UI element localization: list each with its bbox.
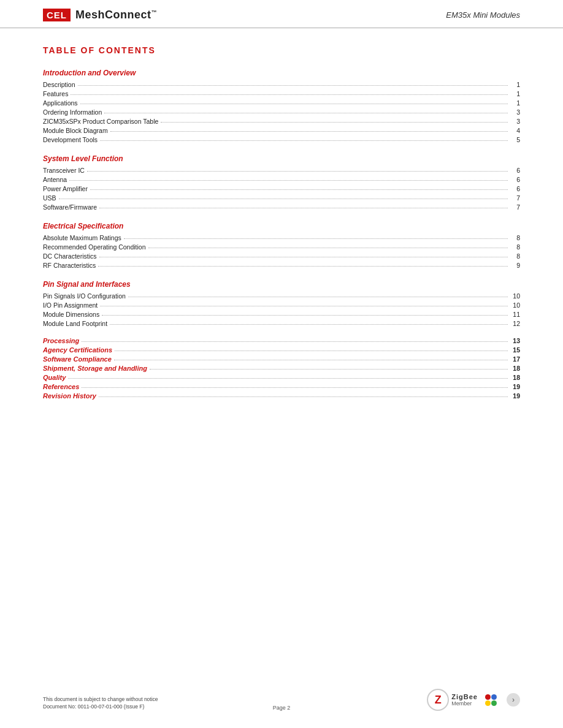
page-num: 19	[510, 392, 520, 400]
section-heading-electrical: Electrical Specification	[43, 222, 520, 230]
toc-item[interactable]: Description 1	[43, 81, 520, 88]
dots	[100, 140, 508, 141]
toc-item[interactable]: Software/Firmware 7	[43, 203, 520, 211]
dots	[59, 199, 508, 199]
dots	[99, 208, 508, 208]
page: CEL MeshConnect™ EM35x Mini Modules TABL…	[0, 0, 563, 728]
entry-label: Quality	[43, 374, 66, 381]
toc-item[interactable]: Module Dimensions 11	[43, 311, 520, 318]
entry-label: Antenna	[43, 176, 67, 183]
next-page-button[interactable]: ›	[507, 693, 520, 707]
entry-label: Ordering Information	[43, 108, 102, 116]
dots	[100, 306, 508, 306]
toc-item-shipment[interactable]: Shipment, Storage and Handling 18	[43, 365, 520, 372]
zigbee-word: ZigBee	[451, 693, 478, 700]
toc-item-agency[interactable]: Agency Certifications 15	[43, 346, 520, 354]
toc-top-level-entries: Processing 13 Agency Certifications 15 S…	[43, 337, 520, 400]
dots	[68, 378, 508, 379]
entry-label: Processing	[43, 337, 79, 344]
toc-item-references[interactable]: References 19	[43, 383, 520, 390]
dots	[71, 94, 508, 95]
toc-item[interactable]: Ordering Information 3	[43, 108, 520, 116]
page-num: 17	[510, 355, 520, 363]
toc-item[interactable]: I/O Pin Assignment 10	[43, 301, 520, 309]
page-num: 7	[510, 203, 520, 211]
toc-item[interactable]: RF Characteristics 9	[43, 262, 520, 269]
toc-item[interactable]: ZICM35xSPx Product Comparison Table 3	[43, 118, 520, 125]
entry-label: Power Amplifier	[43, 185, 88, 192]
toc-item[interactable]: USB 7	[43, 194, 520, 202]
toc-entries-intro: Description 1 Features 1 Applications 1 …	[43, 81, 520, 143]
page-num: 1	[510, 90, 520, 97]
page-header: CEL MeshConnect™ EM35x Mini Modules	[0, 0, 563, 28]
zigbee-z-letter: Z	[435, 694, 442, 707]
page-num: 15	[510, 346, 520, 354]
toc-item[interactable]: Recommended Operating Condition 8	[43, 243, 520, 251]
logo-container: CEL MeshConnect™	[43, 9, 157, 21]
page-num: 3	[510, 108, 520, 116]
toc-item[interactable]: DC Characteristics 8	[43, 252, 520, 260]
entry-label: Transceiver IC	[43, 167, 85, 174]
page-num: 8	[510, 243, 520, 251]
toc-entries-pin: Pin Signals I/O Configuration 10 I/O Pin…	[43, 292, 520, 327]
page-num: 8	[510, 234, 520, 241]
dots	[102, 315, 508, 316]
toc-item[interactable]: Pin Signals I/O Configuration 10	[43, 292, 520, 300]
toc-item[interactable]: Features 1	[43, 90, 520, 97]
page-num: 6	[510, 185, 520, 192]
toc-item[interactable]: Transceiver IC 6	[43, 167, 520, 174]
page-num: 1	[510, 99, 520, 107]
page-num: 5	[510, 136, 520, 143]
entry-label: Agency Certifications	[43, 346, 112, 354]
dots	[161, 122, 508, 123]
dot-blue	[491, 694, 497, 700]
toc-item-software[interactable]: Software Compliance 17	[43, 355, 520, 363]
dot-red	[485, 694, 491, 700]
entry-label: Pin Signals I/O Configuration	[43, 292, 126, 300]
toc-item-quality[interactable]: Quality 18	[43, 374, 520, 381]
entry-label: ZICM35xSPx Product Comparison Table	[43, 118, 158, 125]
dots	[78, 85, 508, 86]
color-dots	[485, 694, 497, 706]
page-num: 10	[510, 301, 520, 309]
toc-item[interactable]: Module Land Footprint 12	[43, 320, 520, 327]
footer-left: This document is subject to change witho…	[43, 696, 158, 711]
entry-label: Revision History	[43, 392, 96, 400]
toc-item-revision-history[interactable]: Revision History 19	[43, 392, 520, 400]
dots	[104, 113, 508, 113]
cel-logo: CEL	[43, 9, 71, 21]
dots	[110, 324, 508, 325]
toc-item[interactable]: Antenna 6	[43, 176, 520, 183]
toc-entries-system: Transceiver IC 6 Antenna 6 Power Amplifi…	[43, 167, 520, 211]
toc-item[interactable]: Power Amplifier 6	[43, 185, 520, 192]
page-num: 18	[510, 365, 520, 372]
entry-label: References	[43, 383, 79, 390]
dots	[128, 297, 508, 297]
entry-label: Recommended Operating Condition	[43, 243, 146, 251]
footer-notice: This document is subject to change witho…	[43, 696, 158, 703]
product-title: EM35x Mini Modules	[446, 10, 520, 20]
page-num: 6	[510, 176, 520, 183]
page-num: 11	[510, 311, 520, 318]
page-num: 3	[510, 118, 520, 125]
entry-label: RF Characteristics	[43, 262, 96, 269]
toc-item-processing[interactable]: Processing 13	[43, 337, 520, 344]
zigbee-circle: Z	[427, 689, 449, 711]
toc-item[interactable]: Applications 1	[43, 99, 520, 107]
toc-content: TABLE OF CONTENTS Introduction and Overv…	[0, 28, 563, 414]
entry-label: Description	[43, 81, 75, 88]
dots	[99, 396, 508, 397]
toc-title: TABLE OF CONTENTS	[43, 45, 520, 55]
dot-yellow	[485, 700, 491, 706]
toc-item[interactable]: Module Block Diagram 4	[43, 127, 520, 134]
dots	[90, 189, 508, 190]
toc-entries-electrical: Absolute Maximum Ratings 8 Recommended O…	[43, 234, 520, 269]
entry-label: I/O Pin Assignment	[43, 301, 98, 309]
toc-item[interactable]: Development Tools 5	[43, 136, 520, 143]
entry-label: Module Block Diagram	[43, 127, 108, 134]
footer-page-label: Page 2	[273, 705, 291, 711]
entry-label: Module Dimensions	[43, 311, 99, 318]
section-heading-system: System Level Function	[43, 154, 520, 163]
dots	[69, 180, 508, 181]
toc-item[interactable]: Absolute Maximum Ratings 8	[43, 234, 520, 241]
